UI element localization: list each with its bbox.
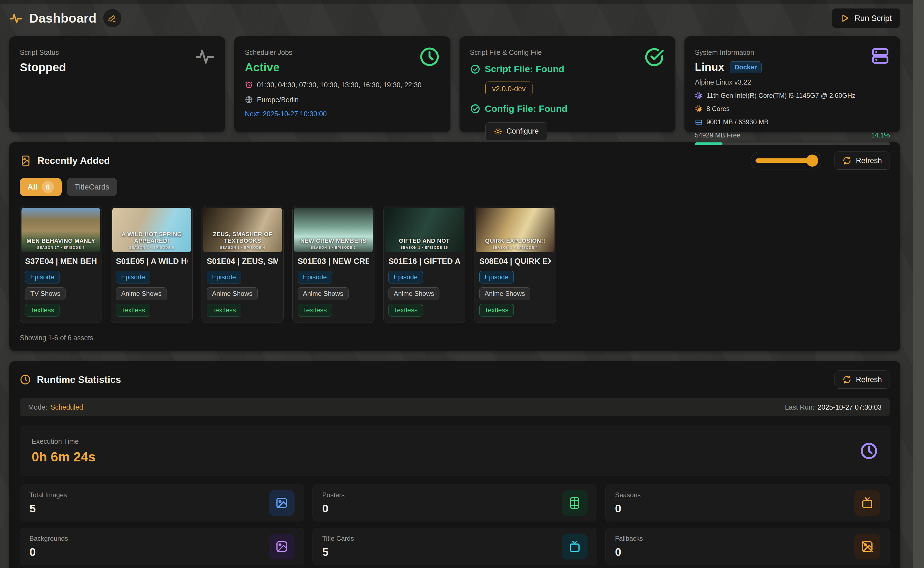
files-label: Script File & Config File	[470, 48, 665, 56]
grid-size-slider[interactable]	[751, 152, 821, 169]
script-file-status: Script File: Found	[485, 63, 564, 74]
play-icon	[840, 14, 850, 23]
refresh-icon	[843, 375, 851, 384]
alarm-clock-icon	[245, 81, 253, 89]
runtime-statistics-header: Runtime Statistics Refresh	[20, 370, 890, 389]
episode-thumbnail: ZEUS, SMASHER OF TEXTBOOKS SEASON 1 • EP…	[203, 208, 282, 252]
media-card[interactable]: A WILD HOT SPRING APPEARED! SEASON 1 • E…	[111, 206, 193, 323]
check-circle-icon	[470, 64, 481, 74]
episode-thumbnail: MEN BEHAVING MANLY SEASON 37 • EPISODE 4	[21, 208, 100, 252]
tag-row: Episode TV Shows Textless	[25, 271, 96, 317]
distro-text: Alpine Linux v3.22	[695, 78, 890, 86]
media-card[interactable]: ZEUS, SMASHER OF TEXTBOOKS SEASON 1 • EP…	[202, 206, 283, 323]
thumbnail-caption: GIFTED AND NOT SEASON 1 • EPISODE 16	[385, 237, 464, 249]
refresh-label: Refresh	[856, 375, 882, 384]
memory-progress-bar	[695, 142, 890, 145]
episode-tag: Episode	[389, 271, 423, 284]
script-status-label: Script Status	[20, 48, 215, 56]
refresh-icon	[843, 156, 851, 165]
globe-icon	[245, 95, 253, 104]
tag-row: Episode Anime Shows Textless	[116, 271, 187, 317]
media-card[interactable]: MEN BEHAVING MANLY SEASON 37 • EPISODE 4…	[20, 206, 102, 323]
textless-tag: Textless	[207, 304, 241, 317]
docker-badge: Docker	[730, 62, 761, 73]
episode-thumbnail: QUIRK EXPLOSION!! SEASON 8 • EPISODE 4	[476, 208, 555, 252]
page-scrollbar[interactable]	[913, 0, 924, 568]
library-tag: Anime Shows	[207, 287, 258, 300]
filter-titlecards-button[interactable]: TitleCards	[66, 178, 118, 196]
stat-card-seasons: Seasons 0	[606, 485, 890, 521]
runtime-statistics-title: Runtime Statistics	[37, 374, 121, 385]
clock-icon	[20, 374, 31, 385]
edit-dashboard-button[interactable]	[103, 9, 121, 27]
scheduler-next-run: Next: 2025-10-27 10:30:00	[245, 110, 440, 118]
os-row: Linux Docker	[695, 61, 890, 73]
episode-tag: Episode	[479, 271, 514, 284]
filter-all-label: All	[27, 183, 38, 192]
asset-filters: All 6 TitleCards	[20, 178, 890, 196]
textless-tag: Textless	[298, 304, 332, 317]
version-badge: v2.0.0-dev	[485, 82, 532, 96]
scheduler-timezone: Europe/Berlin	[257, 96, 298, 104]
memory-free: 54929 MB Free	[695, 131, 740, 139]
stat-value: 0	[29, 546, 68, 559]
activity-icon	[195, 46, 215, 66]
image-icon	[269, 490, 295, 516]
refresh-runtime-stats-button[interactable]: Refresh	[835, 370, 890, 389]
film-icon	[562, 490, 588, 516]
run-script-label: Run Script	[855, 14, 892, 23]
refresh-recently-added-button[interactable]: Refresh	[835, 151, 890, 170]
stats-grid: Total Images 5 Posters 0 Seasons	[20, 485, 890, 568]
last-run-info: Last Run: 2025-10-27 07:30:03	[785, 403, 882, 411]
media-card[interactable]: NEW CREW MEMBERS SEASON 1 • EPISODE 3 S0…	[292, 206, 374, 323]
slider-thumb[interactable]	[806, 154, 818, 167]
scheduler-times: 01:30, 04:30, 07:30, 10:30, 13:30, 16:30…	[257, 81, 422, 89]
episode-tag: Episode	[25, 271, 59, 284]
stat-value: 0	[322, 502, 344, 515]
scheduler-status-value: Active	[245, 61, 440, 74]
scheduler-jobs-card: Scheduler Jobs Active 01:30, 04:30, 07:3…	[234, 36, 450, 132]
stat-value: 0	[615, 546, 643, 559]
episode-tag: Episode	[207, 271, 241, 284]
status-cards-row: Script Status Stopped Scheduler Jobs Act…	[9, 36, 900, 132]
stat-card-posters: Posters 0	[312, 485, 597, 521]
stat-card-fallbacks: Fallbacks 0	[606, 528, 890, 565]
check-circle-icon	[644, 46, 665, 68]
stat-value: 0	[615, 502, 641, 515]
memory-row: 9001 MB / 63930 MB	[695, 118, 890, 126]
episode-title: S01E16 | GIFTED AND NOT	[389, 257, 460, 266]
thumbnail-caption: A WILD HOT SPRING APPEARED! SEASON 1 • E…	[112, 231, 191, 249]
tv-icon	[562, 533, 588, 559]
mode-value: Scheduled	[50, 403, 83, 411]
stat-label: Total Images	[29, 491, 67, 499]
cpu-row: 11th Gen Intel(R) Core(TM) i5-1145G7 @ 2…	[695, 92, 890, 100]
textless-tag: Textless	[479, 304, 514, 317]
stat-label: Fallbacks	[615, 535, 643, 542]
run-script-button[interactable]: Run Script	[832, 8, 900, 28]
tag-row: Episode Anime Shows Textless	[207, 271, 278, 317]
episode-title: S08E04 | QUIRK EXPLOSI...	[479, 257, 551, 266]
media-card-row: MEN BEHAVING MANLY SEASON 37 • EPISODE 4…	[20, 206, 890, 323]
media-card[interactable]: QUIRK EXPLOSION!! SEASON 8 • EPISODE 4 S…	[474, 206, 556, 323]
media-card[interactable]: GIFTED AND NOT SEASON 1 • EPISODE 16 S01…	[383, 206, 465, 323]
assets-count-text: Showing 1-6 of 6 assets	[20, 334, 890, 342]
recently-added-panel: Recently Added Refresh All 6 TitleCards	[9, 142, 900, 351]
memory-free-percent: 14.1%	[871, 131, 890, 139]
system-info-card: System Information Linux Docker Alpine L…	[684, 36, 900, 132]
tag-row: Episode Anime Shows Textless	[298, 271, 369, 317]
execution-time-info: Execution Time 0h 6m 24s	[32, 437, 95, 464]
textless-tag: Textless	[25, 304, 59, 317]
episode-title: S01E03 | NEW CREW ME...	[298, 257, 369, 266]
pencil-icon	[108, 14, 116, 22]
stat-label: Seasons	[615, 491, 641, 499]
thumbnail-caption: QUIRK EXPLOSION!! SEASON 8 • EPISODE 4	[476, 237, 555, 249]
mode-bar: Mode: Scheduled Last Run: 2025-10-27 07:…	[20, 398, 890, 416]
configure-button[interactable]: Configure	[485, 122, 547, 140]
stat-card-total-images: Total Images 5	[20, 485, 304, 521]
filter-all-button[interactable]: All 6	[20, 178, 62, 196]
cpu-cores: 8 Cores	[707, 105, 730, 113]
episode-tag: Episode	[298, 271, 332, 284]
episode-title: S01E05 | A WILD HOT SP...	[116, 257, 187, 266]
textless-tag: Textless	[116, 304, 150, 317]
mode-info: Mode: Scheduled	[28, 403, 83, 411]
